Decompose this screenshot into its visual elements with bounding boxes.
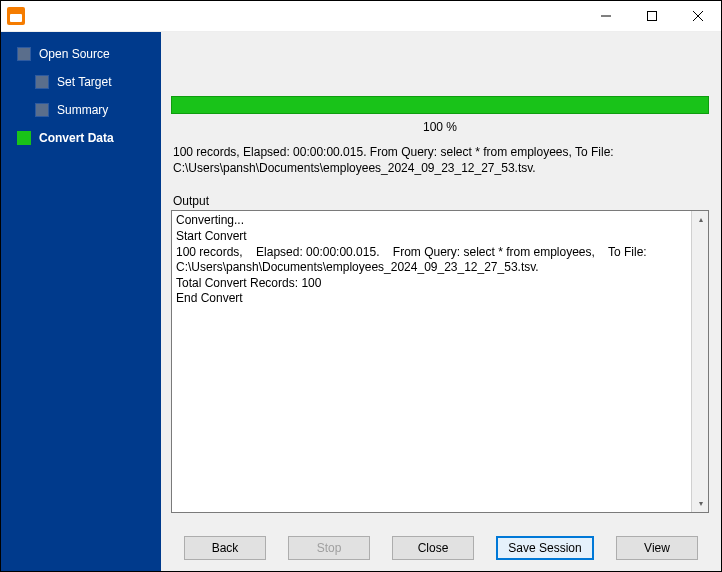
step-set-target[interactable]: Set Target (1, 68, 161, 96)
scroll-up-icon[interactable]: ▴ (692, 211, 709, 228)
status-line-1: 100 records, Elapsed: 00:00:00.015. From… (173, 145, 614, 159)
progress-section: 100 % (171, 96, 709, 144)
output-scrollbar[interactable]: ▴ ▾ (691, 211, 708, 512)
maximize-button[interactable] (629, 1, 675, 31)
output-content: Converting... Start Convert 100 records,… (172, 211, 708, 512)
output-textarea[interactable]: Converting... Start Convert 100 records,… (171, 210, 709, 513)
output-label: Output (171, 194, 709, 210)
step-label: Convert Data (39, 131, 114, 145)
window-controls (583, 1, 721, 31)
spacer (171, 513, 709, 525)
step-box-icon (17, 131, 31, 145)
step-box-icon (17, 47, 31, 61)
top-spacer (171, 32, 709, 96)
minimize-button[interactable] (583, 1, 629, 31)
step-label: Open Source (39, 47, 110, 61)
sidebar: Open Source Set Target Summary Convert D… (1, 32, 161, 571)
step-convert-data[interactable]: Convert Data (1, 124, 161, 152)
scroll-down-icon[interactable]: ▾ (692, 495, 709, 512)
svg-rect-0 (648, 12, 657, 21)
stop-button: Stop (288, 536, 370, 560)
status-text: 100 records, Elapsed: 00:00:00.015. From… (171, 144, 709, 194)
step-box-icon (35, 103, 49, 117)
maximize-icon (647, 11, 657, 21)
minimize-icon (601, 11, 611, 21)
view-button[interactable]: View (616, 536, 698, 560)
app-icon (7, 7, 25, 25)
step-label: Summary (57, 103, 108, 117)
progress-percent-label: 100 % (171, 114, 709, 144)
step-summary[interactable]: Summary (1, 96, 161, 124)
body-area: 100 % 100 records, Elapsed: 00:00:00.015… (161, 32, 721, 525)
save-session-button[interactable]: Save Session (496, 536, 594, 560)
close-icon (693, 11, 703, 21)
back-button[interactable]: Back (184, 536, 266, 560)
close-window-button[interactable] (675, 1, 721, 31)
main-panel: 100 % 100 records, Elapsed: 00:00:00.015… (161, 32, 721, 571)
step-box-icon (35, 75, 49, 89)
app-window: Open Source Set Target Summary Convert D… (0, 0, 722, 572)
client-area: Open Source Set Target Summary Convert D… (1, 32, 721, 571)
status-line-2: C:\Users\pansh\Documents\employees_2024_… (173, 161, 536, 175)
close-button[interactable]: Close (392, 536, 474, 560)
step-tree: Open Source Set Target Summary Convert D… (1, 40, 161, 152)
step-open-source[interactable]: Open Source (1, 40, 161, 68)
title-bar (1, 1, 721, 32)
progress-bar (171, 96, 709, 114)
button-row: Back Stop Close Save Session View (161, 525, 721, 571)
step-label: Set Target (57, 75, 111, 89)
